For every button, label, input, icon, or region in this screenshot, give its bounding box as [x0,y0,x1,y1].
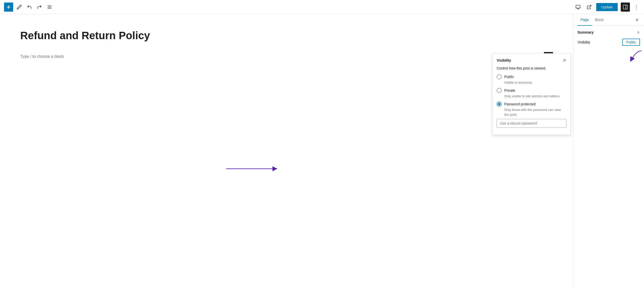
pencil-icon [17,5,22,10]
option-public-desc: Visible to everyone. [504,80,566,85]
popup-description: Control how this post is viewed. [497,66,566,70]
radio-public[interactable] [497,74,502,79]
radio-password-protected[interactable] [497,102,502,107]
option-private-desc: Only visible to site admins and editors. [504,94,566,99]
sidebar-icon [623,5,628,9]
svg-rect-9 [623,5,627,9]
more-options-button[interactable]: ⋮ [633,3,640,11]
list-view-button[interactable] [45,3,54,11]
visibility-button[interactable]: Public [622,39,640,46]
block-placeholder[interactable]: Type / to choose a block [20,50,553,63]
toolbar: Update ⋮ [0,0,644,14]
tools-button[interactable] [15,3,23,11]
option-public-label: Public [504,75,514,79]
redo-icon [37,5,42,10]
svg-line-8 [589,5,591,7]
visibility-row: Visibility Public [578,39,640,46]
summary-section: Summary ∧ Visibility Public [573,26,644,52]
radio-private[interactable] [497,88,502,93]
visibility-popup: Visibility ✕ Control how this post is vi… [492,53,571,135]
option-private-row: Private [497,88,566,93]
option-public-row: Public [497,74,566,79]
tab-block[interactable]: Block [592,14,607,26]
page-title: Refund and Return Policy [20,29,553,42]
toolbar-right: Update ⋮ [574,3,640,12]
editor-area: Refund and Return Policy Type / to choos… [0,14,573,289]
view-post-button[interactable] [585,3,593,11]
redo-button[interactable] [35,3,43,11]
summary-title: Summary [578,30,594,34]
sidebar-tabs: Page Block ✕ [573,14,644,26]
preview-mode-button[interactable] [574,3,582,11]
monitor-icon [576,5,581,10]
secure-password-input[interactable] [497,119,566,128]
option-private[interactable]: Private Only visible to site admins and … [497,88,566,99]
toolbar-left [4,3,54,12]
option-public[interactable]: Public Visible to everyone. [497,74,566,85]
option-password-protected[interactable]: Password protected Only those with the p… [497,102,566,127]
settings-button[interactable] [621,3,630,12]
tab-page[interactable]: Page [578,14,592,26]
popup-close-button[interactable]: ✕ [563,58,566,63]
undo-icon [27,5,32,10]
undo-button[interactable] [25,3,33,11]
popup-title: Visibility [497,58,511,62]
placeholder-text: Type / to choose a block [20,54,64,59]
collapse-button[interactable]: ∧ [637,30,640,35]
option-password-label: Password protected [504,102,536,106]
summary-header: Summary ∧ [578,30,640,35]
sidebar: Page Block ✕ Summary ∧ Visibility Public [573,14,644,289]
list-icon [47,5,52,10]
external-link-icon [587,5,592,10]
visibility-label: Visibility [578,40,590,44]
option-password-desc: Only those with the password can view th… [504,108,566,117]
svg-rect-5 [576,5,580,8]
annotation-arrow-top [621,50,644,67]
option-private-label: Private [504,88,515,92]
popup-header: Visibility ✕ [497,58,566,63]
option-password-row: Password protected [497,102,566,107]
update-button[interactable]: Update [596,3,618,11]
add-block-button[interactable] [4,3,13,12]
tabs-group: Page Block [578,14,607,26]
sidebar-close-button[interactable]: ✕ [634,16,640,24]
plus-icon [6,5,11,9]
